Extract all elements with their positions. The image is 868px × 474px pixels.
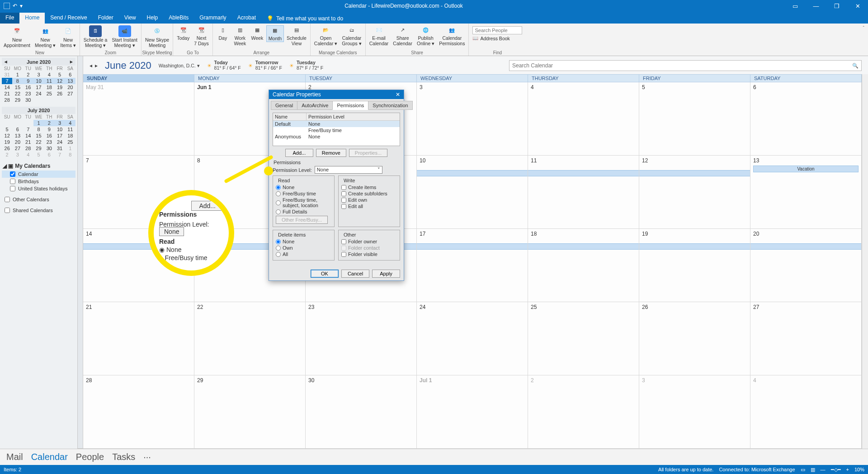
search-calendar-input[interactable] [512, 62, 841, 69]
start-instant-meeting-button[interactable]: 📹Start InstantMeeting ▾ [110, 25, 139, 48]
month-view-button[interactable]: ▦Month [266, 25, 284, 42]
nav-tasks[interactable]: Tasks [112, 452, 135, 462]
tab-acrobat[interactable]: Acrobat [232, 13, 261, 24]
view-normal-icon[interactable]: ▭ [801, 467, 805, 473]
today-button[interactable]: 📆Today [175, 25, 191, 41]
new-meeting-button[interactable]: 👥NewMeeting ▾ [33, 25, 57, 48]
folder-contact-check[interactable]: Folder contact [341, 245, 397, 251]
close-icon[interactable]: ✕ [396, 91, 400, 98]
collapse-ribbon-icon[interactable]: ˆ [859, 24, 868, 56]
tab-folder[interactable]: Folder [93, 13, 119, 24]
close-button[interactable]: ✕ [847, 0, 868, 12]
other-calendars-header[interactable]: Other Calendars [2, 196, 75, 203]
nav-calendar[interactable]: Calendar [31, 452, 68, 462]
calendar-groups-button[interactable]: 🗂CalendarGroups ▾ [340, 25, 363, 46]
publish-online-button[interactable]: 🌐PublishOnline ▾ [415, 25, 436, 46]
write-create-subfolders-check[interactable]: Create subfolders [341, 190, 397, 197]
ribbon-display-icon[interactable]: ▭ [785, 0, 806, 12]
search-calendar[interactable]: 🔍 [509, 60, 862, 71]
search-people-input[interactable] [472, 26, 522, 34]
view-reading-icon[interactable]: ▥ [811, 467, 815, 473]
prev-month-icon[interactable]: ◂ [5, 59, 7, 65]
address-book-button[interactable]: 📖Address Book [472, 35, 522, 41]
calendar-item-holidays[interactable]: United States holidays [2, 185, 75, 192]
next-period-icon[interactable]: ▸ [95, 62, 98, 69]
delete-none-radio[interactable]: None [276, 238, 331, 245]
calendar-item-calendar[interactable]: Calendar [2, 171, 75, 178]
permission-row-default[interactable]: DefaultNone [273, 121, 400, 127]
nav-people[interactable]: People [76, 452, 104, 462]
checkbox[interactable] [10, 171, 15, 177]
week-view-button[interactable]: ▦Week [249, 25, 265, 41]
tab-help[interactable]: Help [142, 13, 164, 24]
prev-period-icon[interactable]: ◂ [90, 62, 92, 69]
tab-home[interactable]: Home [19, 13, 45, 24]
new-appointment-button[interactable]: 📅NewAppointment [2, 25, 32, 48]
tab-send-receive[interactable]: Send / Receive [45, 13, 92, 24]
mini-calendar-july[interactable]: July 2020 SUMOTUWETHFRSA1234567891011121… [2, 107, 75, 158]
tab-autoarchive[interactable]: AutoArchive [297, 101, 333, 110]
email-calendar-button[interactable]: ✉️E-mailCalendar [368, 25, 391, 46]
read-none-radio[interactable]: None [276, 184, 331, 190]
mini-calendar-june[interactable]: ◂June 2020▸ SUMOTUWETHFRSA31123456789101… [2, 58, 75, 103]
tab-general[interactable]: General [271, 101, 297, 110]
read-full-details-radio[interactable]: Full Details [276, 209, 331, 215]
ok-button[interactable]: OK [311, 270, 339, 278]
tab-file[interactable]: File [0, 13, 19, 24]
write-create-items-check[interactable]: Create items [341, 184, 397, 190]
delete-all-radio[interactable]: All [276, 251, 331, 257]
delete-own-radio[interactable]: Own [276, 245, 331, 251]
checkbox[interactable] [10, 186, 15, 191]
read-freebusy-subject-radio[interactable]: Free/Busy time, subject, location [276, 197, 331, 209]
tab-permissions[interactable]: Permissions [332, 101, 368, 110]
remove-button[interactable]: Remove [316, 149, 346, 157]
add-button[interactable]: Add... [285, 149, 313, 157]
my-calendars-header[interactable]: ◢ ▣ My Calendars [2, 161, 75, 171]
calendar-item-birthdays[interactable]: Birthdays [2, 178, 75, 185]
write-edit-all-check[interactable]: Edit all [341, 203, 397, 209]
tab-synchronization[interactable]: Synchronization [368, 101, 412, 110]
next-7-days-button[interactable]: 📆Next7 Days [192, 25, 211, 46]
undo-icon[interactable]: ↶ [13, 3, 17, 9]
tell-me[interactable]: 💡 Tell me what you want to do [261, 14, 349, 24]
checkbox[interactable] [10, 179, 15, 184]
tab-view[interactable]: View [119, 13, 142, 24]
scrollbar[interactable] [862, 74, 868, 449]
write-edit-own-check[interactable]: Edit own [341, 197, 397, 203]
other-freebusy-button[interactable]: Other Free/Busy... [276, 216, 328, 224]
checkbox[interactable] [5, 208, 10, 213]
maximize-button[interactable]: ❐ [826, 0, 847, 12]
checkbox[interactable] [5, 197, 10, 202]
open-calendar-button[interactable]: 📂OpenCalendar ▾ [312, 25, 340, 46]
day-view-button[interactable]: ▯Day [215, 25, 231, 41]
tab-grammarly[interactable]: Grammarly [194, 13, 231, 24]
minimize-button[interactable]: — [806, 0, 826, 12]
nav-more-icon[interactable]: ··· [143, 452, 151, 462]
permission-list[interactable]: NamePermission Level DefaultNone Free/Bu… [273, 113, 400, 146]
permission-row[interactable]: Free/Busy time [273, 127, 400, 133]
cancel-button[interactable]: Cancel [341, 270, 369, 278]
skype-meeting-button[interactable]: ⓈNew SkypeMeeting [143, 25, 171, 48]
shared-calendars-header[interactable]: Shared Calendars [2, 207, 75, 214]
calendar-permissions-button[interactable]: 👥CalendarPermissions [437, 25, 467, 46]
new-items-button[interactable]: 📄NewItems ▾ [58, 25, 78, 48]
tab-ablebits[interactable]: AbleBits [163, 13, 194, 24]
ribbon-tabs: File Home Send / Receive Folder View Hel… [0, 12, 868, 24]
permission-level-select[interactable]: None˅ [315, 166, 382, 174]
share-calendar-button[interactable]: ↗ShareCalendar [391, 25, 414, 46]
properties-button[interactable]: Properties... [349, 149, 387, 157]
workweek-view-button[interactable]: ▥WorkWeek [232, 25, 248, 46]
nav-mail[interactable]: Mail [6, 452, 23, 462]
schedule-meeting-button[interactable]: 🗓Schedule aMeeting ▾ [82, 25, 109, 48]
permission-row-anonymous[interactable]: AnonymousNone [273, 133, 400, 140]
read-freebusy-radio[interactable]: Free/Busy time [276, 190, 331, 197]
weather-location[interactable]: Washington, D.C. ▾ [159, 63, 200, 68]
folder-owner-check[interactable]: Folder owner [341, 238, 397, 245]
search-icon[interactable]: 🔍 [852, 63, 859, 69]
zoom-slider[interactable]: ━◇━ [831, 467, 841, 473]
collapse-nav-pane[interactable] [78, 56, 83, 449]
schedule-view-button[interactable]: ▤ScheduleView [285, 25, 308, 46]
apply-button[interactable]: Apply [372, 270, 400, 278]
next-month-icon[interactable]: ▸ [70, 59, 73, 65]
folder-visible-check[interactable]: Folder visible [341, 251, 397, 257]
